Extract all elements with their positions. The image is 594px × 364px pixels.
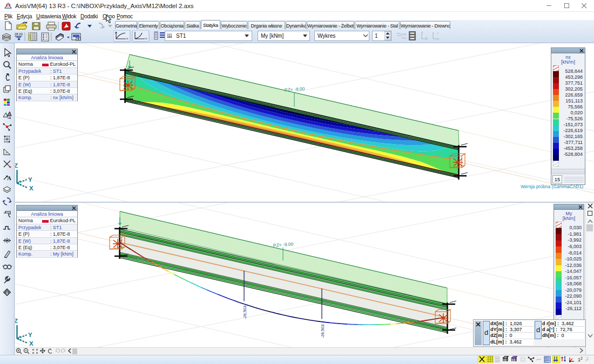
svg-text:Y: Y — [28, 332, 32, 338]
svg-text:X: X — [29, 185, 33, 191]
svg-text:Y: Y — [28, 176, 32, 183]
svg-text:PZ= -9.00: PZ= -9.00 — [273, 241, 293, 248]
svg-text:28.00: 28.00 — [15, 32, 23, 36]
svg-text:Z: Z — [15, 162, 18, 169]
svg-text:13: 13 — [6, 3, 11, 8]
svg-text:x: x — [426, 37, 428, 40]
svg-text:A: A — [7, 175, 11, 181]
svg-text:-26,503: -26,503 — [320, 325, 325, 338]
svg-text:y: y — [437, 37, 439, 40]
svg-text:u: u — [145, 37, 147, 40]
svg-text:PZ= -9.00: PZ= -9.00 — [284, 86, 305, 93]
svg-text:2: 2 — [580, 356, 583, 360]
svg-text:Z: Z — [15, 318, 18, 324]
svg-text:min: min — [402, 36, 406, 39]
svg-text:u: u — [126, 37, 128, 40]
svg-text:max: max — [401, 32, 407, 36]
svg-text:X: X — [29, 340, 33, 347]
svg-text:-26,503: -26,503 — [242, 306, 247, 319]
